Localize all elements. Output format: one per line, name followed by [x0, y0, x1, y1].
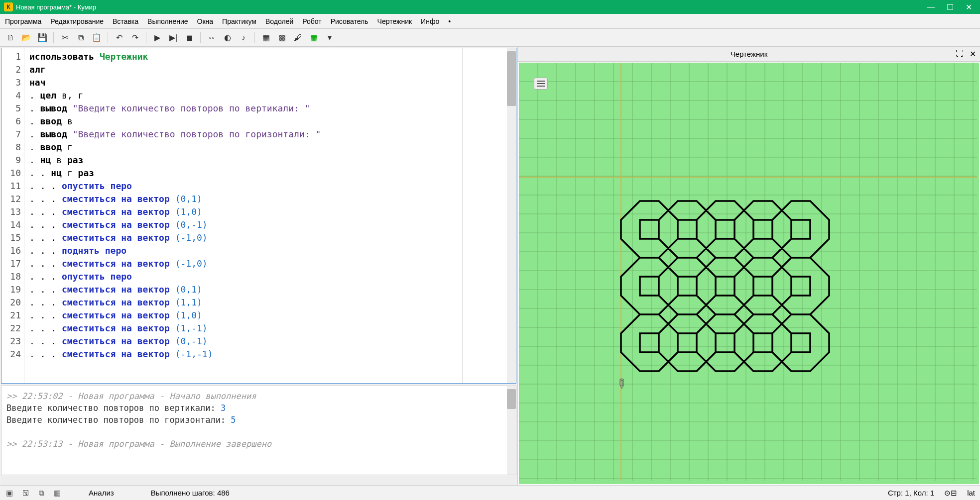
code-area[interactable]: использовать Чертежник алг нач . цел в, …: [24, 48, 462, 383]
canvas-menu-icon[interactable]: [534, 78, 548, 90]
status-indicator-icon: ⊙⊟: [944, 489, 957, 498]
status-steps: Выполнено шагов: 486: [151, 489, 230, 497]
statusbar: ▣ 🖫 ⧉ ▦ Анализ Выполнено шагов: 486 Стр:…: [0, 485, 980, 500]
menu-Практикум[interactable]: Практикум: [222, 17, 256, 25]
menu-Выполнение[interactable]: Выполнение: [147, 17, 188, 25]
more-icon[interactable]: ▾: [323, 31, 336, 44]
status-lang: lat: [967, 489, 975, 497]
menu-Редактирование[interactable]: Редактирование: [50, 17, 104, 25]
tool-3-icon[interactable]: ♪: [237, 31, 250, 44]
close-button[interactable]: ✕: [966, 2, 972, 12]
titlebar: К Новая программа* - Кумир ― ☐ ✕: [0, 0, 980, 14]
status-icon-4[interactable]: ▦: [53, 489, 62, 498]
tool-1-icon[interactable]: ◦◦: [205, 31, 218, 44]
maximize-button[interactable]: ☐: [947, 2, 954, 12]
menu-Рисователь[interactable]: Рисователь: [331, 17, 368, 25]
right-gutter: [462, 48, 507, 383]
canvas-title: Чертежник: [731, 50, 768, 58]
console-scrollbar[interactable]: [507, 386, 516, 475]
canvas-header: Чертежник ⛶ ✕: [518, 47, 980, 62]
status-icon-3[interactable]: ⧉: [37, 489, 46, 498]
save-file-icon[interactable]: 💾: [36, 31, 49, 44]
grid-green-icon[interactable]: ▦: [307, 31, 320, 44]
status-cursor: Стр: 1, Кол: 1: [888, 489, 934, 497]
menu-•[interactable]: •: [448, 17, 451, 25]
toolbar: 🗎 📂 💾 ✂ ⧉ 📋 ↶ ↷ ▶ ▶| ◼ ◦◦ ◐ ♪ ▦ ▩ 🖌 ▦ ▾: [0, 29, 980, 47]
status-icon-1[interactable]: ▣: [5, 489, 14, 498]
canvas-close-icon[interactable]: ✕: [970, 49, 976, 59]
status-icon-2[interactable]: 🖫: [21, 489, 30, 498]
tool-2-icon[interactable]: ◐: [221, 31, 234, 44]
code-editor[interactable]: 123456789101112131415161718192021222324 …: [1, 48, 516, 384]
app-icon: К: [4, 2, 13, 11]
canvas-maximize-icon[interactable]: ⛶: [956, 49, 964, 59]
editor-scrollbar[interactable]: [507, 48, 516, 383]
cut-icon[interactable]: ✂: [58, 31, 71, 44]
redo-icon[interactable]: ↷: [128, 31, 141, 44]
undo-icon[interactable]: ↶: [113, 31, 125, 44]
menu-Чертежник[interactable]: Чертежник: [377, 17, 412, 25]
menubar: ПрограммаРедактированиеВставкаВыполнение…: [0, 14, 980, 29]
minimize-button[interactable]: ―: [927, 2, 935, 12]
step-icon[interactable]: ▶|: [167, 31, 180, 44]
grid-2-icon[interactable]: ▩: [275, 31, 288, 44]
paste-icon[interactable]: 📋: [90, 31, 103, 44]
stop-icon[interactable]: ◼: [183, 31, 196, 44]
output-console: >> 22:53:02 - Новая программа - Начало в…: [1, 386, 507, 475]
menu-Вставка[interactable]: Вставка: [113, 17, 138, 25]
brush-icon[interactable]: 🖌: [291, 31, 304, 44]
drawing-canvas[interactable]: ✎: [519, 63, 979, 484]
line-gutter: 123456789101112131415161718192021222324: [1, 48, 24, 383]
horizontal-scrollbar[interactable]: [1, 476, 516, 485]
menu-Окна[interactable]: Окна: [197, 17, 214, 25]
grid-1-icon[interactable]: ▦: [259, 31, 272, 44]
status-analysis: Анализ: [89, 489, 114, 497]
window-title: Новая программа* - Кумир: [16, 3, 96, 11]
copy-icon[interactable]: ⧉: [74, 31, 87, 44]
open-file-icon[interactable]: 📂: [20, 31, 33, 44]
menu-Водолей[interactable]: Водолей: [265, 17, 293, 25]
menu-Инфо[interactable]: Инфо: [421, 17, 439, 25]
run-icon[interactable]: ▶: [151, 31, 164, 44]
menu-Программа[interactable]: Программа: [5, 17, 41, 25]
new-file-icon[interactable]: 🗎: [4, 31, 17, 44]
menu-Робот[interactable]: Робот: [302, 17, 321, 25]
